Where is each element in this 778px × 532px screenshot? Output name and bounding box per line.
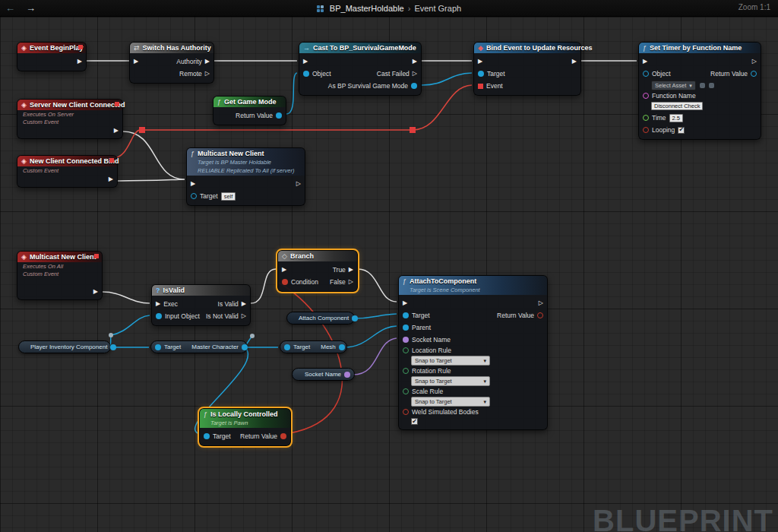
node-title: Multicast New Client [30,253,96,261]
exec-in-pin[interactable]: ▶ [403,300,407,306]
node-get-game-mode[interactable]: ƒGet Game Mode Return Value [213,96,286,125]
value-out-pin[interactable] [242,344,248,350]
true-exec-out-pin[interactable]: ▶ [349,267,353,273]
function-name-in-pin[interactable] [643,93,649,99]
exec-in-pin[interactable]: ▶ [134,59,138,65]
rotation-rule-dropdown[interactable]: Snap to Target▾ [411,376,490,386]
delegate-pin[interactable] [109,158,114,163]
node-socket-name-variable[interactable]: Socket Name [292,368,355,381]
target-in-pin[interactable] [478,71,484,77]
exec-in-pin[interactable]: ▶ [156,301,160,307]
node-event-beginplay[interactable]: ◈Event BeginPlay ▶ [17,42,87,71]
target-in-pin[interactable] [403,312,409,318]
exec-out-pin[interactable]: ▶ [413,59,417,65]
node-player-inventory-component-variable[interactable]: Player Inventory Component [18,340,111,353]
back-arrow-icon[interactable]: ← [0,3,21,13]
looping-checkbox[interactable]: ✔ [678,127,685,134]
rotation-rule-in-pin[interactable] [403,368,409,374]
exec-out-pin[interactable]: ▷ [296,181,301,187]
target-in-pin[interactable] [204,433,210,439]
node-branch[interactable]: ◇Branch ▶ True▶ Condition False▷ [277,250,358,292]
node-multicast-new-client-event[interactable]: ◈Multicast New Client Executes On All Cu… [17,251,103,300]
location-rule-dropdown[interactable]: Snap to Target▾ [411,356,490,366]
exec-out-pin[interactable]: ▶ [572,59,577,65]
value-out-pin[interactable] [352,315,358,321]
delegate-pin[interactable] [78,45,83,49]
value-out-pin[interactable] [110,344,116,350]
exec-out-pin[interactable]: ▷ [752,59,757,65]
exec-out-pin[interactable]: ▶ [77,59,82,65]
authority-exec-out-pin[interactable]: ▶ [205,59,210,65]
false-exec-out-pin[interactable]: ▷ [349,279,353,285]
object-in-pin[interactable] [303,71,309,77]
node-attach-component-variable[interactable]: Attach Component [286,312,355,325]
delegate-pin[interactable] [115,102,119,106]
return-value-out-pin[interactable] [280,433,286,439]
exec-out-pin[interactable]: ▶ [93,289,98,295]
parent-in-pin[interactable] [403,325,409,331]
forward-arrow-icon[interactable]: → [21,3,41,13]
value-out-pin[interactable] [344,372,350,378]
node-title: Set Timer by Function Name [650,44,742,52]
breadcrumb-page: Event Graph [414,4,461,13]
object-in-pin[interactable] [643,71,649,77]
return-value-out-pin[interactable] [276,112,282,119]
node-bind-event-update-resources[interactable]: ◆Bind Event to Update Resources ▶ ▶ Targ… [473,42,581,96]
node-mesh-getter[interactable]: TargetMesh [280,340,347,353]
pin-label: Condition [291,278,318,286]
target-self-input[interactable]: self [221,192,236,201]
function-name-input[interactable]: Disconnect Check [651,102,703,110]
node-new-client-connected-bind[interactable]: ◈New Client Connected Bind Custom Event … [17,155,118,188]
time-input[interactable]: 2.5 [669,114,683,122]
time-in-pin[interactable] [643,115,649,121]
exec-out-pin[interactable]: ▶ [114,128,119,134]
node-is-locally-controlled[interactable]: ƒIs Locally Controlled Target is Pawn Ta… [199,408,291,446]
is-valid-exec-out-pin[interactable]: ▶ [242,301,246,307]
node-switch-has-authority[interactable]: ⇄Switch Has Authority ▶ Authority▶ Remot… [129,42,214,84]
return-value-out-pin[interactable] [537,312,543,318]
event-delegate-pin[interactable] [478,84,483,89]
exec-out-pin[interactable]: ▷ [539,300,543,306]
node-cast-to-survivalgamemode[interactable]: →Cast To BP_SurvivalGameMode ▶ ▶ Object … [299,42,422,96]
exec-in-pin[interactable]: ▶ [303,59,308,65]
location-rule-in-pin[interactable] [403,347,409,353]
exec-in-pin[interactable]: ▶ [282,267,286,273]
delegate-pin[interactable] [94,254,99,258]
socket-name-in-pin[interactable] [403,337,409,343]
function-icon: ƒ [217,99,221,106]
pin-label: Return Value [710,70,748,78]
blueprint-editor: ← → BP_MasterHoldable › Event Graph Zoom… [0,0,778,532]
node-master-character-getter[interactable]: TargetMaster Character [150,340,248,353]
browse-asset-icon[interactable] [709,83,714,88]
value-out-pin[interactable] [339,344,345,350]
target-in-pin[interactable] [191,193,197,199]
looping-in-pin[interactable] [643,127,649,133]
remote-exec-out-pin[interactable]: ▷ [205,71,210,77]
weld-checkbox[interactable]: ✔ [411,418,418,425]
exec-in-pin[interactable]: ▶ [191,181,195,187]
as-cast-out-pin[interactable] [411,83,417,89]
node-multicast-new-client-call[interactable]: ƒMulticast New Client Target is BP Maste… [186,147,305,206]
condition-in-pin[interactable] [282,279,288,285]
is-not-valid-exec-out-pin[interactable]: ▷ [242,313,246,319]
node-isvalid[interactable]: ?IsValid ▶Exec Is Valid▶ Input Object Is… [151,284,251,326]
weld-in-pin[interactable] [403,409,409,415]
exec-out-pin[interactable]: ▶ [109,176,113,182]
input-object-in-pin[interactable] [156,313,162,319]
target-in-pin[interactable] [284,344,290,350]
target-in-pin[interactable] [155,344,161,350]
exec-in-pin[interactable]: ▶ [643,59,647,65]
cast-failed-exec-pin[interactable]: ▷ [413,71,417,77]
node-subtitle: Custom Event [17,166,117,174]
select-asset-dropdown[interactable]: Select Asset▾ [651,81,696,90]
variable-label: Socket Name [305,371,341,378]
scale-rule-in-pin[interactable] [403,388,409,394]
node-server-new-client-connected[interactable]: ◈Server New Client Connected Executes On… [17,99,123,139]
use-selected-asset-icon[interactable] [700,83,705,88]
return-value-out-pin[interactable] [751,71,757,77]
pin-label: True [333,266,346,274]
scale-rule-dropdown[interactable]: Snap to Target▾ [411,397,490,407]
node-attach-to-component[interactable]: ƒAttachToComponent Target is Scene Compo… [398,275,548,430]
node-set-timer-by-function-name[interactable]: ƒSet Timer by Function Name ▶ ▷ Object R… [638,42,761,140]
exec-in-pin[interactable]: ▶ [478,59,482,65]
